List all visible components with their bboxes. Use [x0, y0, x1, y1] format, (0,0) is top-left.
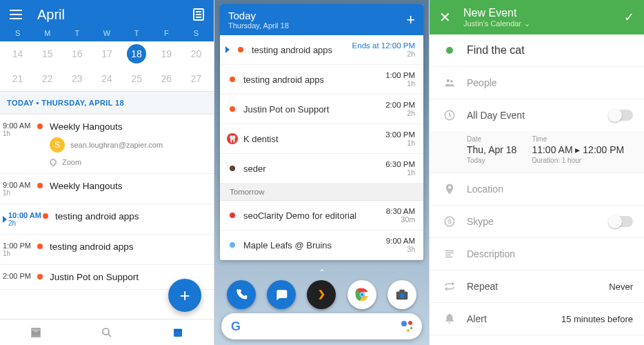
tomorrow-section-header: Tomorrow: [220, 184, 423, 201]
dow-label: W: [92, 29, 121, 37]
event-location: Zoom: [62, 158, 81, 166]
widget-event-row[interactable]: 🦷K dentist3:00 PM1h: [220, 124, 423, 154]
svg-point-12: [450, 80, 453, 83]
calendar-selector[interactable]: Justin's Calendar⌄: [463, 19, 530, 28]
chrome-app-icon[interactable]: [348, 280, 376, 309]
day-cell[interactable]: 22: [32, 66, 62, 91]
phone-app-icon[interactable]: [227, 280, 256, 309]
show-as-field[interactable]: Show as Busy: [430, 335, 644, 345]
day-cell[interactable]: 14: [3, 41, 32, 66]
calendar-color-dot-icon: [446, 47, 453, 54]
svg-rect-3: [174, 328, 182, 331]
repeat-icon: [441, 280, 459, 293]
widget-event-row[interactable]: testing android appsEnds at 12:00 PM2h: [220, 35, 423, 65]
repeat-field[interactable]: Repeat Never: [430, 270, 644, 303]
widget-event-row[interactable]: seder6:30 PM1h: [220, 154, 423, 184]
skype-icon: S: [441, 215, 459, 228]
title-value: Find the cat: [467, 44, 633, 57]
day-cell[interactable]: 19: [152, 41, 181, 66]
svg-line-1: [108, 334, 111, 337]
widget-event-time: 3:00 PM1h: [385, 130, 415, 147]
month-title[interactable]: April: [37, 7, 193, 23]
day-cell[interactable]: 15: [32, 41, 62, 66]
save-check-icon[interactable]: ✓: [624, 10, 634, 25]
calendar-dot-icon: [37, 124, 43, 129]
widget-event-row[interactable]: Maple Leafs @ Bruins9:00 AM3h: [220, 230, 423, 260]
widget-event-row[interactable]: testing android apps1:00 PM1h: [220, 65, 423, 95]
time-picker[interactable]: Time 11:00 AM ▸ 12:00 PM Duration: 1 hou…: [532, 135, 624, 164]
event-title: Weekly HangoutsSsean.loughran@zapier.com…: [50, 121, 207, 166]
event-row[interactable]: 10:00 AM2htesting android apps: [0, 204, 214, 235]
calendar-tab-icon[interactable]: [172, 326, 184, 339]
svg-text:S: S: [447, 218, 452, 225]
new-event-fab[interactable]: +: [168, 279, 201, 312]
calendar-dot-icon: [230, 77, 235, 82]
day-cell[interactable]: 16: [62, 41, 92, 66]
plus-icon: +: [179, 285, 190, 306]
widget-event-title: K dentist: [243, 134, 385, 144]
event-title: testing android apps: [50, 241, 207, 257]
bottom-nav: [0, 319, 214, 345]
skype-field[interactable]: S Skype: [430, 206, 644, 238]
google-assistant-icon[interactable]: [401, 321, 412, 332]
mail-tab-icon[interactable]: [30, 326, 42, 339]
agenda-view-icon[interactable]: [193, 8, 204, 21]
people-placeholder: People: [467, 77, 633, 88]
event-row[interactable]: 9:00 AM1hWeekly HangoutsSsean.loughran@z…: [0, 115, 214, 174]
widget-event-title: Maple Leafs @ Bruins: [243, 240, 386, 250]
google-logo-icon: G: [231, 319, 241, 334]
home-widget-screen: Today Thursday, April 18 + testing andro…: [214, 0, 430, 345]
svg-rect-10: [399, 290, 404, 293]
event-time: 2:00 PM: [3, 272, 37, 282]
day-cell[interactable]: 24: [92, 66, 121, 91]
calendar-dot-icon: [230, 213, 235, 218]
clock-icon: [441, 109, 459, 121]
dow-label: M: [32, 29, 62, 37]
location-placeholder: Location: [467, 184, 633, 195]
day-cell-today[interactable]: 18: [122, 41, 152, 66]
plex-app-icon[interactable]: [307, 280, 336, 309]
people-field[interactable]: People: [430, 67, 644, 99]
day-cell[interactable]: 26: [152, 66, 181, 91]
day-cell[interactable]: 20: [181, 41, 211, 66]
chevron-down-icon: ⌄: [524, 19, 530, 28]
event-row[interactable]: 1:00 PM1htesting android apps: [0, 235, 214, 265]
bell-icon: [441, 313, 459, 325]
messages-app-icon[interactable]: [267, 280, 296, 309]
alert-field[interactable]: Alert 15 minutes before: [430, 303, 644, 335]
day-cell[interactable]: 25: [122, 66, 152, 91]
calendar-dot-icon: [37, 183, 43, 188]
menu-icon[interactable]: [10, 10, 22, 19]
header-title: New Event: [463, 7, 530, 19]
close-icon[interactable]: ✕: [439, 9, 451, 26]
search-tab-icon[interactable]: [101, 326, 113, 339]
title-field[interactable]: Find the cat: [430, 34, 644, 67]
skype-toggle[interactable]: [610, 216, 633, 227]
day-cell[interactable]: 27: [181, 66, 211, 91]
day-cell[interactable]: 17: [92, 41, 121, 66]
description-field[interactable]: Description: [430, 238, 644, 270]
calendar-header: April S M T W T F S: [0, 0, 214, 41]
location-field[interactable]: Location: [430, 173, 644, 206]
date-picker[interactable]: Date Thu, Apr 18 Today: [467, 135, 516, 164]
new-event-screen: ✕ New Event Justin's Calendar⌄ ✓ Find th…: [430, 0, 644, 345]
event-time: 9:00 AM1h: [3, 181, 37, 197]
day-cell[interactable]: 23: [62, 66, 92, 91]
repeat-label: Repeat: [467, 281, 609, 292]
google-search-bar[interactable]: G: [221, 313, 422, 339]
widget-header[interactable]: Today Thursday, April 18 +: [220, 4, 423, 35]
dentist-icon: 🦷: [227, 133, 238, 144]
camera-app-icon[interactable]: [388, 280, 416, 309]
event-row[interactable]: 9:00 AM1hWeekly Hangouts: [0, 174, 214, 204]
app-drawer-caret-icon[interactable]: ⌃: [319, 268, 325, 277]
date-time-block: Date Thu, Apr 18 Today Time 11:00 AM ▸ 1…: [430, 131, 644, 173]
event-time: 9:00 AM1h: [3, 121, 37, 166]
day-cell[interactable]: 21: [3, 66, 32, 91]
widget-event-row[interactable]: seoClarity Demo for editorial8:30 AM30m: [220, 201, 423, 230]
svg-point-0: [103, 328, 109, 335]
all-day-field[interactable]: All Day Event: [430, 99, 644, 131]
widget-event-title: seder: [243, 164, 385, 174]
widget-add-icon[interactable]: +: [406, 11, 415, 29]
widget-event-row[interactable]: Justin Pot on Support2:00 PM2h: [220, 95, 423, 124]
all-day-toggle[interactable]: [610, 110, 633, 121]
